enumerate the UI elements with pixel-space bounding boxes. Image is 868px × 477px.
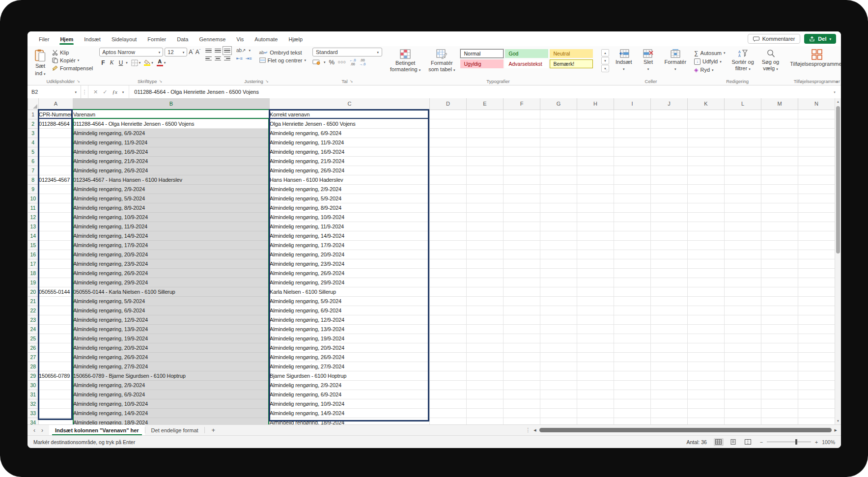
cell-B14[interactable]: Almindelig rengøring, 14/9-2024 xyxy=(73,231,270,241)
cell-G17[interactable] xyxy=(540,259,577,269)
cell-D23[interactable] xyxy=(430,315,467,325)
cell-J11[interactable] xyxy=(651,203,688,213)
cell-C30[interactable]: Almindelig rengøring, 2/9-2024 xyxy=(270,381,430,390)
column-header-m[interactable]: M xyxy=(761,98,798,110)
underline-chevron-icon[interactable]: ▾ xyxy=(126,61,128,64)
cell-A22[interactable] xyxy=(39,306,73,315)
copy-button[interactable]: Kopiér ▾ xyxy=(51,56,94,64)
cell-H22[interactable] xyxy=(577,306,614,315)
cell-N27[interactable] xyxy=(798,353,835,362)
cell-A11[interactable] xyxy=(39,203,73,213)
cell-H11[interactable] xyxy=(577,203,614,213)
cell-E16[interactable] xyxy=(467,250,504,259)
cell-I7[interactable] xyxy=(614,166,651,175)
cell-I27[interactable] xyxy=(614,353,651,362)
cell-N26[interactable] xyxy=(798,343,835,353)
row-header-13[interactable]: 13 xyxy=(28,222,39,231)
name-box[interactable]: B2 ▾ xyxy=(28,85,81,98)
cell-L33[interactable] xyxy=(725,409,761,418)
expand-formula-bar-icon[interactable]: ▾ xyxy=(828,85,841,98)
cell-K8[interactable] xyxy=(688,175,725,185)
cell-C13[interactable]: Almindelig rengøring, 11/9-2024 xyxy=(270,222,430,231)
cell-E29[interactable] xyxy=(467,371,504,381)
increase-decimal-button[interactable]: ←.0.00 xyxy=(349,58,356,66)
row-header-22[interactable]: 22 xyxy=(28,306,39,315)
cell-D24[interactable] xyxy=(430,325,467,334)
cell-M15[interactable] xyxy=(761,241,798,250)
cell-B31[interactable]: Almindelig rengøring, 6/9-2024 xyxy=(73,390,270,399)
cell-N15[interactable] xyxy=(798,241,835,250)
cell-L27[interactable] xyxy=(725,353,761,362)
cell-F12[interactable] xyxy=(504,213,540,222)
cell-M27[interactable] xyxy=(761,353,798,362)
cell-A12[interactable] xyxy=(39,213,73,222)
cell-L10[interactable] xyxy=(725,194,761,203)
column-header-c[interactable]: C xyxy=(270,98,430,110)
cell-A18[interactable] xyxy=(39,269,73,278)
cell-N9[interactable] xyxy=(798,185,835,194)
cell-M24[interactable] xyxy=(761,325,798,334)
cell-A20[interactable]: 050555-0144 xyxy=(39,287,73,297)
cell-L2[interactable] xyxy=(725,119,761,129)
cell-B18[interactable]: Almindelig rengøring, 26/9-2024 xyxy=(73,269,270,278)
cell-I8[interactable] xyxy=(614,175,651,185)
cell-J33[interactable] xyxy=(651,409,688,418)
number-dialog-launcher-icon[interactable]: ↘ xyxy=(350,79,353,84)
cell-B24[interactable]: Almindelig rengøring, 13/9-2024 xyxy=(73,325,270,334)
cell-I9[interactable] xyxy=(614,185,651,194)
cell-N2[interactable] xyxy=(798,119,835,129)
cell-G18[interactable] xyxy=(540,269,577,278)
cell-D1[interactable] xyxy=(430,110,467,119)
comments-button[interactable]: Kommentarer xyxy=(748,34,801,44)
cell-L31[interactable] xyxy=(725,390,761,399)
cell-D32[interactable] xyxy=(430,399,467,409)
column-header-k[interactable]: K xyxy=(688,98,725,110)
cell-K26[interactable] xyxy=(688,343,725,353)
cell-N1[interactable] xyxy=(798,110,835,119)
cell-F8[interactable] xyxy=(504,175,540,185)
cell-M6[interactable] xyxy=(761,157,798,166)
row-header-19[interactable]: 19 xyxy=(28,278,39,287)
cell-G4[interactable] xyxy=(540,138,577,147)
cell-J29[interactable] xyxy=(651,371,688,381)
cell-C25[interactable]: Almindelig rengøring, 19/9-2024 xyxy=(270,334,430,343)
cell-H31[interactable] xyxy=(577,390,614,399)
cell-J9[interactable] xyxy=(651,185,688,194)
cell-I12[interactable] xyxy=(614,213,651,222)
cell-I10[interactable] xyxy=(614,194,651,203)
column-header-e[interactable]: E xyxy=(467,98,504,110)
cell-F27[interactable] xyxy=(504,353,540,362)
cell-E23[interactable] xyxy=(467,315,504,325)
row-header-1[interactable]: 1 xyxy=(28,110,39,119)
cell-H13[interactable] xyxy=(577,222,614,231)
cell-F28[interactable] xyxy=(504,362,540,371)
row-header-33[interactable]: 33 xyxy=(28,409,39,418)
cell-K14[interactable] xyxy=(688,231,725,241)
cell-M1[interactable] xyxy=(761,110,798,119)
ribbon-tab-automate[interactable]: Automate xyxy=(250,33,282,45)
row-header-17[interactable]: 17 xyxy=(28,259,39,269)
cell-H21[interactable] xyxy=(577,297,614,306)
cell-L7[interactable] xyxy=(725,166,761,175)
cell-F17[interactable] xyxy=(504,259,540,269)
cell-N3[interactable] xyxy=(798,129,835,138)
cell-I31[interactable] xyxy=(614,390,651,399)
row-header-30[interactable]: 30 xyxy=(28,381,39,390)
font-color-chevron-icon[interactable]: ▾ xyxy=(164,61,166,64)
cell-C5[interactable]: Almindelig rengøring, 16/9-2024 xyxy=(270,147,430,157)
clipboard-dialog-launcher-icon[interactable]: ↘ xyxy=(77,79,80,84)
cell-C34[interactable]: Almindelig rengøring, 18/9-2024 xyxy=(270,418,430,425)
cell-I32[interactable] xyxy=(614,399,651,409)
cell-G9[interactable] xyxy=(540,185,577,194)
cell-N4[interactable] xyxy=(798,138,835,147)
cell-L22[interactable] xyxy=(725,306,761,315)
cell-C17[interactable]: Almindelig rengøring, 23/9-2024 xyxy=(270,259,430,269)
cell-G6[interactable] xyxy=(540,157,577,166)
cell-N20[interactable] xyxy=(798,287,835,297)
cell-J3[interactable] xyxy=(651,129,688,138)
cell-C16[interactable]: Almindelig rengøring, 20/9-2024 xyxy=(270,250,430,259)
cell-E33[interactable] xyxy=(467,409,504,418)
cell-H14[interactable] xyxy=(577,231,614,241)
align-left-button[interactable] xyxy=(205,56,212,61)
row-header-28[interactable]: 28 xyxy=(28,362,39,371)
